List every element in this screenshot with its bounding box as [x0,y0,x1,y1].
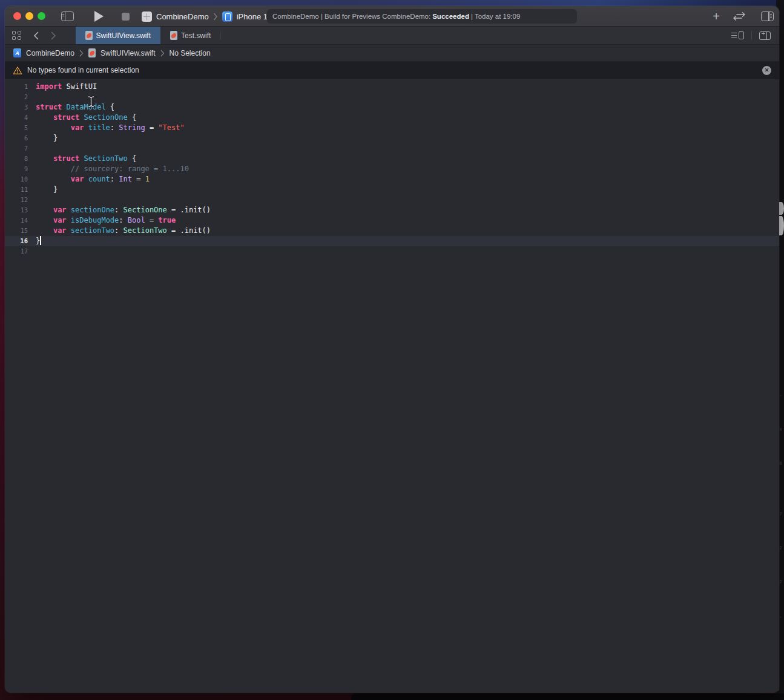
line-number: 9 [5,164,28,174]
code-line[interactable]: 7 [5,143,779,154]
code-line[interactable]: 5 var title: String = "Test" [5,123,779,133]
run-button[interactable] [92,6,105,27]
library-button[interactable]: + [710,6,723,27]
toggle-navigator-button[interactable] [59,6,75,27]
code-text: var sectionTwo: SectionTwo = .init() [36,226,211,236]
tab-bar: SwiftUIView.swift Test.swift [5,27,779,45]
scheme-selector[interactable]: CombineDemo iPhone 12 [142,6,272,27]
swap-arrows-icon [731,11,747,21]
code-text: var title: String = "Test" [36,123,185,133]
text-caret [40,236,41,245]
code-text: // sourcery: range = 1...10 [36,164,189,174]
line-number: 16 [5,236,28,246]
code-line[interactable]: 12 [5,195,779,205]
code-line[interactable]: 13 var sectionOne: SectionOne = .init() [5,205,779,215]
close-window-button[interactable] [13,12,21,20]
code-text: } [36,185,58,195]
line-number: 6 [5,133,28,143]
warning-banner: No types found in current selection ✕ [5,62,779,79]
line-number: 14 [5,215,28,226]
warning-message: No types found in current selection [27,66,139,74]
tab-label: Test.swift [181,31,211,40]
line-number: 5 [5,123,28,133]
breadcrumb-file[interactable]: SwiftUIView.swift [100,49,155,57]
code-line[interactable]: 2 [5,92,779,102]
code-editor[interactable]: 1import SwiftUI23struct DataModel {4 str… [5,79,779,693]
line-number: 7 [5,143,28,154]
chevron-right-icon [160,50,165,57]
swift-file-icon [85,31,93,40]
destination-device-icon [222,11,232,22]
line-number: 1 [5,82,28,92]
code-line[interactable]: 10 var count: Int = 1 [5,174,779,185]
code-line[interactable]: 9 // sourcery: range = 1...10 [5,164,779,174]
code-text: var sectionOne: SectionOne = .init() [36,205,211,215]
stop-button[interactable] [120,6,131,27]
project-icon: A [13,48,21,57]
titlebar: CombineDemo iPhone 12 CombineDemo | Buil… [5,6,779,27]
line-number: 15 [5,226,28,236]
scheme-app-icon [142,11,152,22]
code-text: var count: Int = 1 [36,174,150,185]
line-number: 10 [5,174,28,185]
code-line[interactable]: 1import SwiftUI [5,82,779,92]
sidebar-right-icon [761,11,774,21]
code-text: struct SectionOne { [36,113,136,123]
code-line[interactable]: 4 struct SectionOne { [5,113,779,123]
close-banner-button[interactable]: ✕ [762,66,771,75]
editor-options-button[interactable] [731,31,744,39]
code-line[interactable]: 11 } [5,185,779,195]
breadcrumb: A CombineDemo SwiftUIView.swift No Selec… [5,45,779,62]
go-forward-button[interactable] [51,31,56,40]
zoom-window-button[interactable] [38,12,45,20]
code-line[interactable]: 8 struct SectionTwo { [5,154,779,164]
status-result: Succeeded [432,13,469,20]
code-line[interactable]: 6 } [5,133,779,143]
play-icon [94,11,104,22]
breadcrumb-project[interactable]: CombineDemo [26,49,74,57]
add-editor-button[interactable] [759,31,771,40]
activity-status-bar[interactable]: CombineDemo | Build for Previews Combine… [267,9,577,24]
line-number: 8 [5,154,28,164]
plus-icon: + [713,10,720,24]
tab-label: SwiftUIView.swift [96,31,151,40]
line-number: 17 [5,246,28,257]
line-number: 3 [5,102,28,113]
chevron-right-icon [79,50,84,57]
chevron-right-icon [213,13,218,21]
xcode-window: CombineDemo iPhone 12 CombineDemo | Buil… [5,6,779,693]
divider [751,31,752,40]
go-back-button[interactable] [33,31,39,40]
code-text: } [36,133,58,143]
stop-icon [122,13,130,21]
status-text: CombineDemo | Build for Previews Combine… [272,13,430,20]
tab-overview-button[interactable] [12,31,21,40]
line-number: 13 [5,205,28,215]
code-line[interactable]: 17 [5,246,779,257]
line-number: 4 [5,113,28,123]
tab-test[interactable]: Test.swift [160,27,220,44]
background-shape [779,216,784,235]
editor-tabs: SwiftUIView.swift Test.swift [76,27,222,44]
sidebar-left-icon [61,11,74,21]
code-line[interactable]: 14 var isDebugMode: Bool = true [5,215,779,226]
warning-icon [13,66,22,75]
line-number: 11 [5,185,28,195]
minimize-window-button[interactable] [25,12,33,20]
background-window-edge [351,693,784,700]
line-number: 12 [5,195,28,205]
breadcrumb-selection[interactable]: No Selection [170,49,211,57]
tab-swiftuiview[interactable]: SwiftUIView.swift [76,27,160,44]
toggle-inspector-button[interactable] [759,6,775,27]
traffic-lights [13,12,45,20]
code-text: import SwiftUI [36,82,97,92]
code-review-button[interactable] [730,6,748,27]
code-text: struct DataModel { [36,102,114,113]
status-time: | Today at 19:09 [471,13,520,20]
code-text: var isDebugMode: Bool = true [36,215,176,226]
code-line[interactable]: 16} [5,236,779,246]
code-text: } [36,236,41,246]
scheme-name[interactable]: CombineDemo [156,12,209,21]
code-line[interactable]: 15 var sectionTwo: SectionTwo = .init() [5,226,779,236]
code-line[interactable]: 3struct DataModel { [5,102,779,113]
